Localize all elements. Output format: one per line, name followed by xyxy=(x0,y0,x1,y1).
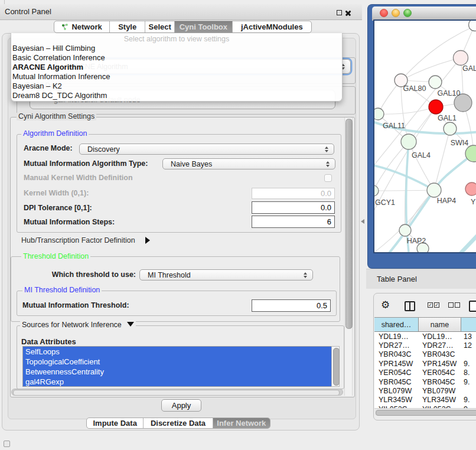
table-row[interactable]: YER054CYER054C8. xyxy=(374,369,476,377)
select-all-checkboxes-icon[interactable]: ✓ ✓ xyxy=(428,302,439,308)
which-threshold-combobox[interactable]: MI Threshold xyxy=(139,269,313,281)
combo-arrows-icon xyxy=(304,272,307,278)
network-node[interactable] xyxy=(469,21,476,31)
attributes-list-scrollbar-thumb[interactable] xyxy=(333,348,340,386)
gear-icon[interactable]: ⚙ xyxy=(381,299,390,311)
control-panel-titlebar[interactable]: Control Panel xyxy=(0,4,362,20)
table-column-header[interactable] xyxy=(461,318,476,331)
float-window-icon[interactable] xyxy=(337,10,342,15)
bottom-tab-infer-network[interactable]: Infer Network xyxy=(213,418,270,428)
tab-label: Style xyxy=(118,22,136,31)
network-node-label: GAL1 xyxy=(438,114,457,122)
table-cell: YER054C xyxy=(419,369,461,377)
algorithm-popup-item[interactable]: Bayesian – K2 xyxy=(11,81,342,91)
attributes-list-scrollbar[interactable] xyxy=(331,346,340,387)
algorithm-popup-item[interactable]: Mutual Information Inference xyxy=(11,72,342,81)
network-window-titlebar[interactable] xyxy=(372,6,476,21)
data-attribute-item[interactable]: gal4RGexp xyxy=(23,377,331,387)
apply-button[interactable]: Apply xyxy=(161,399,201,412)
data-attribute-item[interactable]: SelfLoops xyxy=(23,347,331,357)
table-row[interactable]: YDL19…YDL19…13 xyxy=(374,332,476,341)
algorithm-popup-item[interactable]: ARACNE Algorithm xyxy=(11,63,342,72)
table-row[interactable]: YDR27…YDR27…12 xyxy=(374,341,476,350)
settings-horizontal-scrollbar-thumb[interactable] xyxy=(13,390,340,396)
table-row[interactable]: YBR045CYBR045C9. xyxy=(374,377,476,386)
table-cell: YPR145W xyxy=(374,360,419,368)
table-row[interactable]: YBL079WYBL079W xyxy=(374,386,476,395)
mac-zoom-button[interactable] xyxy=(403,9,412,17)
table-cell: 12 xyxy=(461,341,476,350)
network-node[interactable] xyxy=(401,134,416,149)
network-edge[interactable] xyxy=(378,107,436,114)
dpi-tolerance-field[interactable]: 0.0 xyxy=(252,201,335,214)
algorithm-popup-item[interactable]: Bayesian – Hill Climbing xyxy=(11,44,342,53)
algorithm-popup-item[interactable]: Dream8 DC_TDC Algorithm xyxy=(11,91,342,100)
sources-title: Sources for Network Inference xyxy=(20,321,136,329)
table-horizontal-scrollbar-thumb[interactable] xyxy=(376,410,476,416)
unchecked-box-icon xyxy=(455,302,460,308)
mi-threshold-label: Mutual Information Threshold: xyxy=(22,301,129,310)
table-cell: YDL19… xyxy=(374,332,419,341)
table-row[interactable]: YLR345WYLR345W9. xyxy=(374,396,476,405)
network-node[interactable] xyxy=(454,51,468,66)
tab-cyni-toolbox[interactable]: Cyni Toolbox xyxy=(174,21,232,32)
tab-jactivemnodules[interactable]: jActiveMNodules xyxy=(232,21,311,32)
hub-expand-arrow-icon[interactable] xyxy=(145,237,150,244)
sources-collapse-arrow-icon[interactable] xyxy=(127,322,134,327)
table-cell: YBL079W xyxy=(419,387,461,395)
network-node[interactable] xyxy=(444,122,457,135)
mini-panel-icon[interactable] xyxy=(4,441,10,447)
mac-close-button[interactable] xyxy=(380,9,388,17)
network-node[interactable] xyxy=(429,76,442,89)
network-node[interactable] xyxy=(465,182,476,195)
corner-divider-line xyxy=(4,0,5,4)
tab-network[interactable]: Network xyxy=(54,21,109,32)
data-attributes-list[interactable]: SelfLoopsTopologicalCoefficientBetweenne… xyxy=(22,346,331,387)
mi-type-combobox[interactable]: Naive Bayes xyxy=(162,158,335,169)
table-row[interactable]: YBR043CYBR043C xyxy=(374,350,476,359)
network-canvas[interactable]: GALGAL80GAL10GAL1GAL11GAL4SWI4HAP4YGCY1H… xyxy=(374,21,476,252)
close-window-icon[interactable] xyxy=(345,9,351,16)
settings-vertical-scrollbar[interactable] xyxy=(344,118,353,396)
network-node-label: GAL10 xyxy=(438,89,461,97)
hub-definition-label[interactable]: Hub/Transcription Factor Definition xyxy=(21,236,135,245)
combo-arrows-icon xyxy=(326,161,330,167)
table-rows: YDL19…YDL19…13YDR27…YDR27…12YBR043CYBR04… xyxy=(374,332,476,408)
mi-threshold-field[interactable]: 0.5 xyxy=(252,299,331,312)
table-horizontal-scrollbar[interactable] xyxy=(374,408,476,415)
algorithm-definition-title: Algorithm Definition xyxy=(21,130,89,138)
bottom-tab-impute-data[interactable]: Impute Data xyxy=(87,418,143,428)
partial-toolbar-icon[interactable] xyxy=(469,301,476,312)
which-threshold-label: Which threshold to use: xyxy=(35,270,136,279)
aracne-mode-combobox[interactable]: Discovery xyxy=(79,144,334,155)
splitpane-collapse-arrow-icon[interactable] xyxy=(361,219,364,224)
network-node[interactable] xyxy=(374,185,379,196)
table-row[interactable]: YPR145WYPR145W9. xyxy=(374,359,476,368)
manual-kernel-checkbox[interactable] xyxy=(324,174,332,182)
network-edge[interactable] xyxy=(374,190,434,191)
network-node[interactable] xyxy=(429,100,443,114)
data-attribute-item[interactable]: TopologicalCoefficient xyxy=(23,357,331,367)
network-node[interactable] xyxy=(374,108,384,120)
table-column-header[interactable]: shared… xyxy=(374,318,419,331)
mi-type-label: Mutual Information Algorithm Type: xyxy=(24,159,148,168)
network-node[interactable] xyxy=(427,183,441,197)
tab-style[interactable]: Style xyxy=(109,21,145,32)
unselect-all-checkboxes-icon[interactable] xyxy=(448,302,460,308)
mi-steps-field[interactable]: 6 xyxy=(252,216,335,228)
table-cell: YBL079W xyxy=(374,387,419,395)
network-edge-highlighted[interactable] xyxy=(374,165,434,190)
algorithm-popup-item[interactable]: Basic Correlation Inference xyxy=(11,53,342,63)
tab-select[interactable]: Select xyxy=(145,21,174,32)
mac-minimize-button[interactable] xyxy=(392,9,400,17)
network-node[interactable] xyxy=(399,224,411,236)
table-column-header[interactable]: name xyxy=(419,318,461,331)
network-edge-highlighted[interactable] xyxy=(456,233,476,252)
settings-horizontal-scrollbar[interactable] xyxy=(11,389,343,396)
checked-box-icon: ✓ xyxy=(428,302,433,308)
data-attribute-item[interactable]: BetweennessCentrality xyxy=(23,367,331,377)
bottom-tab-discretize-data[interactable]: Discretize Data xyxy=(143,418,212,428)
kernel-width-field[interactable]: 0.0 xyxy=(252,188,335,199)
settings-vertical-scrollbar-thumb[interactable] xyxy=(345,119,353,329)
columns-icon[interactable] xyxy=(405,301,415,311)
